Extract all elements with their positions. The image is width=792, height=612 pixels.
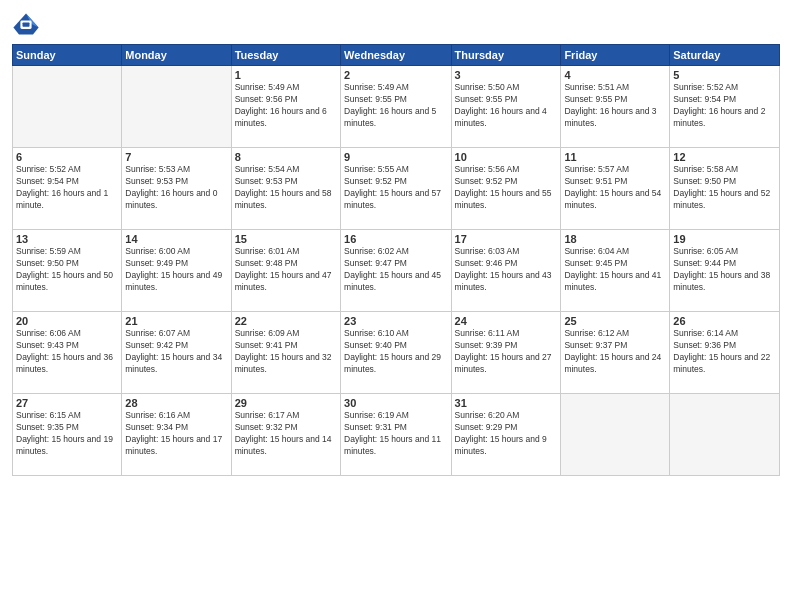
calendar-cell: 14Sunrise: 6:00 AMSunset: 9:49 PMDayligh… [122, 230, 231, 312]
day-info: Sunrise: 6:12 AMSunset: 9:37 PMDaylight:… [564, 328, 666, 376]
day-info: Sunrise: 6:17 AMSunset: 9:32 PMDaylight:… [235, 410, 337, 458]
day-info: Sunrise: 6:09 AMSunset: 9:41 PMDaylight:… [235, 328, 337, 376]
calendar-cell: 12Sunrise: 5:58 AMSunset: 9:50 PMDayligh… [670, 148, 780, 230]
calendar-cell: 13Sunrise: 5:59 AMSunset: 9:50 PMDayligh… [13, 230, 122, 312]
day-info: Sunrise: 5:49 AMSunset: 9:56 PMDaylight:… [235, 82, 337, 130]
header-sunday: Sunday [13, 45, 122, 66]
day-number: 14 [125, 233, 227, 245]
calendar-cell: 31Sunrise: 6:20 AMSunset: 9:29 PMDayligh… [451, 394, 561, 476]
day-info: Sunrise: 6:03 AMSunset: 9:46 PMDaylight:… [455, 246, 558, 294]
day-number: 2 [344, 69, 447, 81]
calendar-cell: 1Sunrise: 5:49 AMSunset: 9:56 PMDaylight… [231, 66, 340, 148]
calendar-cell: 30Sunrise: 6:19 AMSunset: 9:31 PMDayligh… [341, 394, 451, 476]
calendar-cell: 25Sunrise: 6:12 AMSunset: 9:37 PMDayligh… [561, 312, 670, 394]
calendar-cell: 4Sunrise: 5:51 AMSunset: 9:55 PMDaylight… [561, 66, 670, 148]
day-number: 28 [125, 397, 227, 409]
day-info: Sunrise: 5:53 AMSunset: 9:53 PMDaylight:… [125, 164, 227, 212]
day-number: 8 [235, 151, 337, 163]
header [12, 10, 780, 38]
calendar-cell: 16Sunrise: 6:02 AMSunset: 9:47 PMDayligh… [341, 230, 451, 312]
day-number: 25 [564, 315, 666, 327]
calendar-cell: 27Sunrise: 6:15 AMSunset: 9:35 PMDayligh… [13, 394, 122, 476]
day-number: 21 [125, 315, 227, 327]
day-info: Sunrise: 5:55 AMSunset: 9:52 PMDaylight:… [344, 164, 447, 212]
day-info: Sunrise: 6:01 AMSunset: 9:48 PMDaylight:… [235, 246, 337, 294]
calendar-cell: 24Sunrise: 6:11 AMSunset: 9:39 PMDayligh… [451, 312, 561, 394]
calendar-cell: 23Sunrise: 6:10 AMSunset: 9:40 PMDayligh… [341, 312, 451, 394]
day-number: 11 [564, 151, 666, 163]
day-info: Sunrise: 6:04 AMSunset: 9:45 PMDaylight:… [564, 246, 666, 294]
header-friday: Friday [561, 45, 670, 66]
calendar-cell: 26Sunrise: 6:14 AMSunset: 9:36 PMDayligh… [670, 312, 780, 394]
day-info: Sunrise: 5:50 AMSunset: 9:55 PMDaylight:… [455, 82, 558, 130]
day-number: 17 [455, 233, 558, 245]
logo [12, 10, 44, 38]
day-number: 1 [235, 69, 337, 81]
calendar-cell: 2Sunrise: 5:49 AMSunset: 9:55 PMDaylight… [341, 66, 451, 148]
day-number: 9 [344, 151, 447, 163]
calendar-cell: 18Sunrise: 6:04 AMSunset: 9:45 PMDayligh… [561, 230, 670, 312]
day-info: Sunrise: 6:19 AMSunset: 9:31 PMDaylight:… [344, 410, 447, 458]
calendar-cell: 10Sunrise: 5:56 AMSunset: 9:52 PMDayligh… [451, 148, 561, 230]
calendar-cell: 19Sunrise: 6:05 AMSunset: 9:44 PMDayligh… [670, 230, 780, 312]
day-info: Sunrise: 5:51 AMSunset: 9:55 PMDaylight:… [564, 82, 666, 130]
day-number: 31 [455, 397, 558, 409]
day-number: 24 [455, 315, 558, 327]
header-thursday: Thursday [451, 45, 561, 66]
day-number: 22 [235, 315, 337, 327]
day-number: 5 [673, 69, 776, 81]
day-number: 13 [16, 233, 118, 245]
day-number: 10 [455, 151, 558, 163]
calendar-cell: 17Sunrise: 6:03 AMSunset: 9:46 PMDayligh… [451, 230, 561, 312]
calendar-cell: 15Sunrise: 6:01 AMSunset: 9:48 PMDayligh… [231, 230, 340, 312]
day-info: Sunrise: 6:00 AMSunset: 9:49 PMDaylight:… [125, 246, 227, 294]
day-info: Sunrise: 5:52 AMSunset: 9:54 PMDaylight:… [673, 82, 776, 130]
calendar-week-row-4: 20Sunrise: 6:06 AMSunset: 9:43 PMDayligh… [13, 312, 780, 394]
calendar-cell [13, 66, 122, 148]
weekday-header-row: Sunday Monday Tuesday Wednesday Thursday… [13, 45, 780, 66]
day-number: 7 [125, 151, 227, 163]
day-number: 20 [16, 315, 118, 327]
logo-icon [12, 10, 40, 38]
calendar-week-row-1: 1Sunrise: 5:49 AMSunset: 9:56 PMDaylight… [13, 66, 780, 148]
day-info: Sunrise: 5:54 AMSunset: 9:53 PMDaylight:… [235, 164, 337, 212]
calendar-cell: 3Sunrise: 5:50 AMSunset: 9:55 PMDaylight… [451, 66, 561, 148]
day-info: Sunrise: 6:06 AMSunset: 9:43 PMDaylight:… [16, 328, 118, 376]
day-number: 23 [344, 315, 447, 327]
header-monday: Monday [122, 45, 231, 66]
day-number: 15 [235, 233, 337, 245]
day-info: Sunrise: 6:02 AMSunset: 9:47 PMDaylight:… [344, 246, 447, 294]
svg-rect-3 [23, 23, 30, 27]
day-info: Sunrise: 5:57 AMSunset: 9:51 PMDaylight:… [564, 164, 666, 212]
calendar-week-row-3: 13Sunrise: 5:59 AMSunset: 9:50 PMDayligh… [13, 230, 780, 312]
day-number: 26 [673, 315, 776, 327]
calendar-cell: 7Sunrise: 5:53 AMSunset: 9:53 PMDaylight… [122, 148, 231, 230]
day-info: Sunrise: 6:20 AMSunset: 9:29 PMDaylight:… [455, 410, 558, 458]
calendar-week-row-2: 6Sunrise: 5:52 AMSunset: 9:54 PMDaylight… [13, 148, 780, 230]
page-container: Sunday Monday Tuesday Wednesday Thursday… [0, 0, 792, 486]
day-info: Sunrise: 5:52 AMSunset: 9:54 PMDaylight:… [16, 164, 118, 212]
day-info: Sunrise: 6:11 AMSunset: 9:39 PMDaylight:… [455, 328, 558, 376]
day-number: 27 [16, 397, 118, 409]
header-tuesday: Tuesday [231, 45, 340, 66]
calendar-cell [122, 66, 231, 148]
day-info: Sunrise: 6:07 AMSunset: 9:42 PMDaylight:… [125, 328, 227, 376]
calendar-cell: 8Sunrise: 5:54 AMSunset: 9:53 PMDaylight… [231, 148, 340, 230]
calendar-cell: 21Sunrise: 6:07 AMSunset: 9:42 PMDayligh… [122, 312, 231, 394]
calendar-cell: 28Sunrise: 6:16 AMSunset: 9:34 PMDayligh… [122, 394, 231, 476]
day-info: Sunrise: 6:10 AMSunset: 9:40 PMDaylight:… [344, 328, 447, 376]
calendar-table: Sunday Monday Tuesday Wednesday Thursday… [12, 44, 780, 476]
day-number: 16 [344, 233, 447, 245]
header-saturday: Saturday [670, 45, 780, 66]
calendar-cell: 5Sunrise: 5:52 AMSunset: 9:54 PMDaylight… [670, 66, 780, 148]
day-info: Sunrise: 6:15 AMSunset: 9:35 PMDaylight:… [16, 410, 118, 458]
day-number: 6 [16, 151, 118, 163]
day-info: Sunrise: 6:16 AMSunset: 9:34 PMDaylight:… [125, 410, 227, 458]
header-wednesday: Wednesday [341, 45, 451, 66]
day-info: Sunrise: 5:58 AMSunset: 9:50 PMDaylight:… [673, 164, 776, 212]
day-number: 30 [344, 397, 447, 409]
day-info: Sunrise: 5:49 AMSunset: 9:55 PMDaylight:… [344, 82, 447, 130]
calendar-cell [561, 394, 670, 476]
calendar-cell: 29Sunrise: 6:17 AMSunset: 9:32 PMDayligh… [231, 394, 340, 476]
day-number: 29 [235, 397, 337, 409]
